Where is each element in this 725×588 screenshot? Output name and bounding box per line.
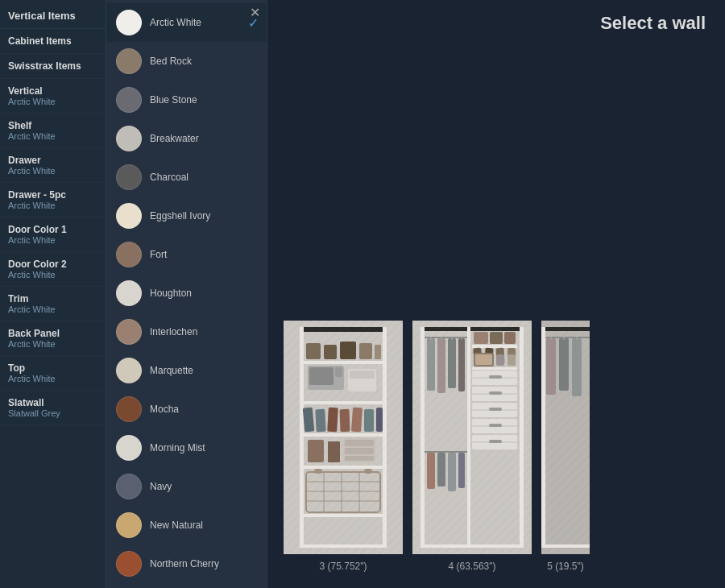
trim-subtitle: Arctic White — [8, 304, 97, 314]
wall-4-label: 4 (63.563") — [449, 561, 496, 572]
wall-5-label: 5 (19.5") — [547, 561, 584, 572]
color-swatch-fort — [116, 242, 142, 267]
sidebar-item-top[interactable]: Top Arctic White — [0, 356, 106, 391]
svg-rect-71 — [496, 354, 504, 366]
color-list: Arctic White✓Bed RockBlue StoneBreakwate… — [106, 0, 267, 588]
svg-rect-106 — [541, 545, 590, 548]
sidebar-item-door-color-2[interactable]: Door Color 2 Arctic White — [0, 252, 106, 287]
color-item-new-natural[interactable]: New Natural — [106, 506, 267, 545]
svg-rect-23 — [315, 409, 325, 433]
color-item-houghton[interactable]: Houghton — [106, 274, 267, 313]
svg-rect-92 — [458, 453, 465, 488]
close-icon[interactable]: ✕ — [250, 5, 260, 20]
color-swatch-mocha — [116, 396, 142, 422]
top-label: Top — [8, 362, 97, 374]
svg-rect-61 — [474, 332, 488, 344]
color-item-northern-cherry[interactable]: Northern Cherry — [106, 545, 267, 583]
svg-rect-54 — [448, 338, 456, 388]
color-swatch-houghton — [116, 280, 142, 306]
sidebar-item-drawer-5pc[interactable]: Drawer - 5pc Arctic White — [0, 183, 106, 217]
slatwall-label: Slatwall — [8, 397, 97, 408]
svg-rect-99 — [545, 337, 590, 338]
svg-rect-43 — [364, 469, 372, 474]
color-item-marquette[interactable]: Marquette — [106, 351, 267, 390]
cabinet-items-label: Cabinet Items — [8, 35, 97, 47]
color-name-blue-stone: Blue Stone — [150, 94, 197, 106]
svg-rect-21 — [350, 371, 375, 379]
svg-rect-48 — [420, 327, 425, 546]
color-item-breakwater[interactable]: Breakwater — [106, 119, 267, 158]
svg-rect-30 — [328, 441, 340, 462]
sidebar-item-cabinet-items[interactable]: Cabinet Items — [0, 29, 106, 54]
color-item-navy[interactable]: Navy — [106, 467, 267, 506]
svg-rect-90 — [437, 453, 445, 487]
wall-section-3[interactable]: 3 (75.752") — [284, 321, 403, 572]
color-name-arctic-white: Arctic White — [150, 17, 201, 28]
svg-rect-70 — [475, 354, 492, 365]
color-swatch-new-natural — [116, 512, 142, 538]
svg-rect-91 — [448, 453, 456, 491]
color-item-blue-stone[interactable]: Blue Stone — [106, 81, 267, 119]
sidebar-item-slatwall[interactable]: Slatwall Slatwall Grey — [0, 391, 106, 425]
color-swatch-navy — [116, 474, 142, 499]
main-header: Select a wall — [267, 0, 725, 40]
color-item-interlochen[interactable]: Interlochen — [106, 313, 267, 351]
svg-rect-89 — [427, 453, 435, 489]
drawer-5pc-subtitle: Arctic White — [8, 201, 97, 210]
sidebar-item-trim[interactable]: Trim Arctic White — [0, 287, 106, 321]
svg-rect-34 — [345, 456, 374, 461]
svg-rect-7 — [300, 401, 387, 404]
svg-rect-102 — [572, 338, 582, 396]
wall-preview-4[interactable] — [412, 321, 532, 554]
svg-rect-33 — [345, 448, 374, 454]
svg-rect-68 — [472, 367, 517, 370]
color-swatch-arctic-white — [116, 10, 142, 35]
sidebar-item-vertical[interactable]: Vertical Arctic White — [0, 79, 106, 114]
top-subtitle: Arctic White — [8, 374, 97, 383]
door-color-2-label: Door Color 2 — [8, 259, 97, 270]
color-swatch-morning-mist — [116, 435, 142, 461]
svg-rect-12 — [306, 343, 321, 359]
svg-rect-10 — [300, 514, 387, 517]
color-item-charcoal[interactable]: Charcoal — [106, 158, 267, 197]
color-swatch-charcoal — [116, 164, 142, 190]
svg-rect-3 — [300, 327, 387, 332]
svg-rect-15 — [359, 343, 372, 359]
svg-rect-63 — [504, 332, 516, 344]
back-panel-subtitle: Arctic White — [8, 339, 97, 349]
sidebar-item-door-color-1[interactable]: Door Color 1 Arctic White — [0, 217, 106, 252]
wall-section-5[interactable]: 5 (19.5") — [541, 321, 590, 572]
sidebar-item-swisstrax-items[interactable]: Swisstrax Items — [0, 54, 106, 79]
color-picker-panel: ✕ Arctic White✓Bed RockBlue StoneBreakwa… — [106, 0, 267, 588]
color-item-bed-rock[interactable]: Bed Rock — [106, 42, 267, 81]
wall-section-4[interactable]: 4 (63.563") — [412, 321, 532, 572]
color-item-mocha[interactable]: Mocha — [106, 390, 267, 429]
color-swatch-bed-rock — [116, 48, 142, 74]
color-item-eggshell-ivory[interactable]: Eggshell Ivory — [106, 197, 267, 235]
svg-rect-19 — [335, 367, 342, 377]
svg-rect-26 — [351, 408, 362, 433]
color-name-bed-rock: Bed Rock — [150, 56, 192, 67]
svg-rect-27 — [364, 409, 374, 432]
sidebar-item-shelf[interactable]: Shelf Arctic White — [0, 114, 106, 148]
color-item-morning-mist[interactable]: Morning Mist — [106, 429, 267, 467]
color-swatch-interlochen — [116, 319, 142, 345]
sidebar-item-drawer[interactable]: Drawer Arctic White — [0, 148, 106, 183]
color-item-arctic-white[interactable]: Arctic White✓ — [106, 3, 267, 42]
svg-rect-101 — [559, 338, 569, 391]
svg-rect-24 — [327, 408, 338, 433]
wall-preview-5[interactable] — [541, 321, 590, 554]
door-color-2-subtitle: Arctic White — [8, 270, 97, 280]
wall-preview-3[interactable] — [284, 321, 403, 554]
svg-rect-18 — [309, 367, 334, 385]
svg-rect-9 — [300, 466, 387, 469]
color-swatch-blue-stone — [116, 87, 142, 113]
svg-rect-97 — [541, 327, 590, 331]
color-name-mocha: Mocha — [150, 404, 179, 415]
svg-rect-28 — [376, 408, 383, 432]
color-item-fort[interactable]: Fort — [106, 235, 267, 274]
svg-rect-75 — [489, 375, 502, 379]
sidebar-item-back-panel[interactable]: Back Panel Arctic White — [0, 321, 106, 356]
svg-rect-49 — [467, 327, 470, 546]
wall-3-label: 3 (75.752") — [320, 561, 367, 572]
